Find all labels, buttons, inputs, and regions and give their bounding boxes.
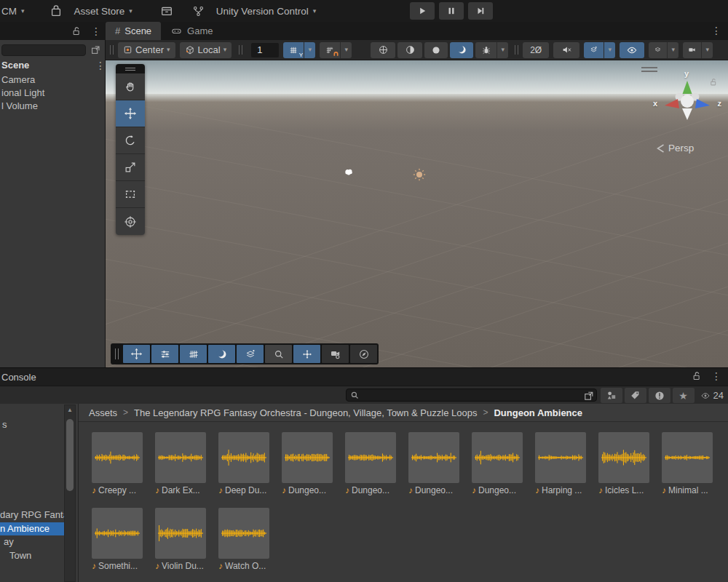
tab-game[interactable]: Game bbox=[161, 22, 222, 40]
scene-lighting-moon-toggle[interactable] bbox=[450, 42, 473, 58]
audio-waveform-thumbnail[interactable] bbox=[218, 508, 269, 559]
audio-waveform-thumbnail[interactable] bbox=[535, 432, 586, 483]
scene-panel-kebab-icon[interactable]: ⋮ bbox=[711, 25, 721, 36]
package-manager-icon[interactable] bbox=[154, 4, 179, 17]
hand-tool-button[interactable] bbox=[116, 73, 145, 100]
overlay-drag-handle[interactable] bbox=[641, 67, 657, 72]
audio-asset-card[interactable]: ♪Creepy ... bbox=[92, 432, 143, 495]
toolbar-drag-handle[interactable] bbox=[110, 45, 114, 55]
snap-increment-dropdown[interactable]: ▾ bbox=[341, 42, 352, 58]
layers-button[interactable] bbox=[649, 42, 668, 58]
audio-asset-card[interactable]: ♪Minimal ... bbox=[662, 432, 713, 495]
breadcrumb-folder[interactable]: The Legendary RPG Fantasy Orchestra - Du… bbox=[134, 407, 477, 418]
scene-visibility-dropdown[interactable]: ▾ bbox=[604, 42, 615, 58]
breadcrumb-current-folder[interactable]: Dungeon Ambience bbox=[494, 407, 582, 418]
audio-asset-card[interactable]: ♪Dark Ex... bbox=[155, 432, 206, 495]
visible-items-counter[interactable]: 24 bbox=[697, 390, 727, 401]
audio-asset-card[interactable]: ♪Dungeo... bbox=[282, 432, 333, 495]
grid-snap-dropdown[interactable]: ▾ bbox=[304, 42, 315, 58]
audio-asset-card[interactable]: ♪Deep Du... bbox=[218, 432, 269, 495]
orientation-compass-button[interactable] bbox=[350, 345, 377, 363]
overlay-drag-handle[interactable] bbox=[115, 348, 119, 359]
breadcrumb-root[interactable]: Assets bbox=[89, 407, 117, 418]
audio-asset-card[interactable]: ♪Harping ... bbox=[535, 432, 586, 495]
scrollbar-thumb[interactable] bbox=[66, 419, 74, 491]
panel-menu-kebab-icon[interactable]: ⋮ bbox=[91, 26, 101, 36]
gizmo-unlock-icon[interactable] bbox=[709, 78, 718, 87]
sidebar-scrollbar[interactable]: ▲ bbox=[64, 404, 76, 582]
layers-dropdown[interactable]: ▾ bbox=[668, 42, 678, 58]
project-panel-kebab-icon[interactable]: ⋮ bbox=[711, 371, 721, 381]
folder-item-fragment[interactable]: s bbox=[2, 419, 7, 430]
shading-mode-button[interactable] bbox=[371, 42, 395, 58]
project-folder-item[interactable]: ay bbox=[0, 535, 66, 549]
effects-bug-toggle[interactable] bbox=[475, 42, 497, 58]
camera-settings-dropdown[interactable]: ▾ bbox=[702, 42, 713, 58]
audio-waveform-thumbnail[interactable] bbox=[472, 432, 523, 483]
move-tool-button[interactable] bbox=[116, 100, 145, 127]
menu-unity-version-control[interactable]: Unity Version Control▾ bbox=[210, 0, 322, 22]
hierarchy-scene-header[interactable]: Scene bbox=[1, 60, 29, 71]
snap-increment-button[interactable] bbox=[320, 42, 341, 58]
project-folder-item[interactable]: dary RPG Fanta bbox=[0, 509, 66, 522]
rect-tool-button[interactable] bbox=[116, 181, 145, 208]
audio-asset-card[interactable]: ♪Watch O... bbox=[218, 508, 269, 571]
audio-waveform-thumbnail[interactable] bbox=[662, 432, 713, 483]
snap-move-button[interactable] bbox=[293, 345, 320, 363]
project-search-input[interactable] bbox=[362, 390, 580, 400]
hierarchy-search-input[interactable] bbox=[1, 44, 86, 56]
hierarchy-item[interactable]: ional Light bbox=[1, 87, 103, 100]
audio-waveform-thumbnail[interactable] bbox=[155, 508, 206, 559]
2d-view-toggle[interactable]: 2Ø bbox=[523, 42, 549, 58]
audio-waveform-thumbnail[interactable] bbox=[155, 432, 206, 483]
camera-settings-button[interactable] bbox=[683, 42, 702, 58]
overlay-drag-handle[interactable] bbox=[116, 64, 145, 73]
move-overlay-button[interactable] bbox=[123, 345, 150, 363]
menu-cm[interactable]: CM▾ bbox=[0, 0, 31, 22]
orientation-gizmo[interactable]: y x z bbox=[660, 72, 715, 127]
audio-asset-card[interactable]: ♪Icicles L... bbox=[598, 432, 649, 495]
favorites-star-button[interactable]: ★ bbox=[673, 388, 695, 403]
search-overlay-button[interactable] bbox=[265, 345, 292, 363]
lighting-toggle[interactable] bbox=[424, 42, 448, 58]
audio-waveform-thumbnail[interactable] bbox=[408, 432, 459, 483]
step-button[interactable] bbox=[468, 2, 493, 20]
audio-waveform-thumbnail[interactable] bbox=[92, 432, 143, 483]
filter-by-label-tag-button[interactable] bbox=[625, 388, 646, 403]
transform-tool-button[interactable] bbox=[116, 208, 145, 235]
render-doc-button[interactable] bbox=[397, 42, 422, 58]
audio-waveform-thumbnail[interactable] bbox=[282, 432, 333, 483]
scene-object-gizmo[interactable] bbox=[343, 167, 355, 177]
filter-by-type-button[interactable] bbox=[601, 388, 622, 403]
unlock-icon[interactable] bbox=[71, 26, 82, 36]
audio-asset-card[interactable]: ♪Violin Du... bbox=[155, 508, 206, 571]
effects-dropdown[interactable]: ▾ bbox=[497, 42, 508, 58]
toolbar-drag-handle[interactable] bbox=[239, 45, 242, 55]
audio-asset-card[interactable]: ♪Dungeo... bbox=[472, 432, 523, 495]
menu-asset-store[interactable]: Asset Store▾ bbox=[68, 0, 138, 22]
perspective-indicator[interactable]: Persp bbox=[657, 143, 694, 154]
directional-light-gizmo[interactable] bbox=[413, 168, 426, 181]
hierarchy-item[interactable]: l Volume bbox=[1, 100, 103, 113]
scale-tool-button[interactable] bbox=[116, 154, 145, 181]
audio-waveform-thumbnail[interactable] bbox=[92, 508, 143, 559]
cameras-overlay-button[interactable] bbox=[322, 345, 349, 363]
open-in-window-icon[interactable] bbox=[90, 44, 101, 55]
scene-view[interactable]: y x z Persp bbox=[106, 60, 728, 367]
audio-waveform-thumbnail[interactable] bbox=[598, 432, 649, 483]
project-folder-item[interactable]: n Ambience bbox=[0, 522, 66, 536]
audio-asset-card[interactable]: ♪Dungeo... bbox=[408, 432, 459, 495]
hierarchy-item[interactable]: Camera bbox=[1, 73, 103, 87]
coord-space-dropdown[interactable]: Local ▾ bbox=[180, 42, 232, 58]
hidden-packages-warning-button[interactable] bbox=[649, 388, 670, 403]
project-search-field[interactable] bbox=[346, 388, 597, 402]
toolbar-drag-handle[interactable] bbox=[515, 45, 518, 55]
scene-view-eye-toggle[interactable] bbox=[620, 42, 644, 58]
pause-button[interactable] bbox=[439, 2, 464, 20]
audio-asset-card[interactable]: ♪Dungeo... bbox=[345, 432, 396, 495]
rotate-tool-button[interactable] bbox=[116, 127, 145, 154]
audio-waveform-thumbnail[interactable] bbox=[345, 432, 396, 483]
grid-visual-button[interactable] bbox=[180, 345, 207, 363]
scroll-up-arrow-icon[interactable]: ▲ bbox=[65, 407, 75, 413]
view-options-sliders-button[interactable] bbox=[151, 345, 178, 363]
